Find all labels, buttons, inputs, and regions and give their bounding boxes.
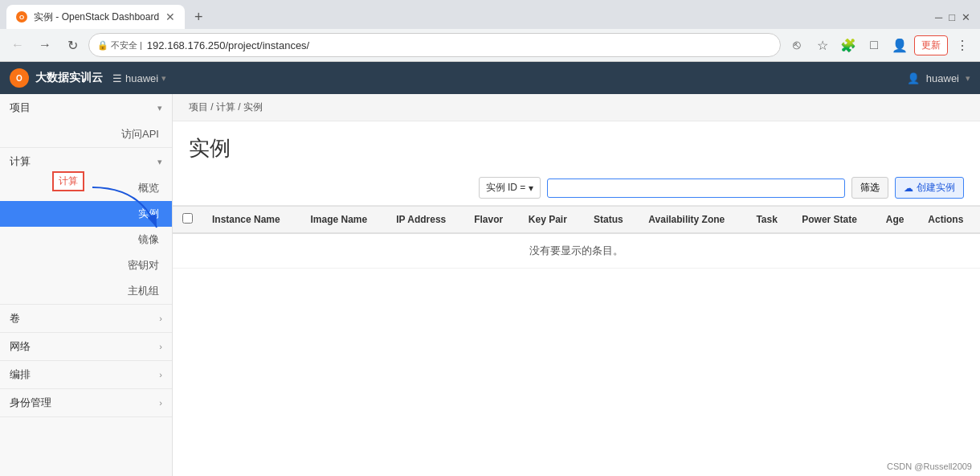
table-header-status: Status	[584, 207, 639, 234]
sidebar-volumes-header[interactable]: 卷 ›	[0, 305, 172, 332]
sidebar-item-keypairs[interactable]: 密钥对	[0, 252, 172, 278]
table-header-flavor: Flavor	[464, 207, 519, 234]
back-button[interactable]: ←	[6, 34, 29, 56]
breadcrumb-compute: 计算	[216, 101, 235, 113]
sidebar-orchestration-label: 编排	[10, 367, 31, 382]
sidebar-section-compute: 计算 ▾ 概览 实例 镜像 密钥对	[0, 148, 172, 305]
app-topbar: O 大数据实训云 ☰ huawei ▾ 👤 huawei ▾	[0, 62, 980, 94]
table-header-power-state: Power State	[792, 207, 876, 234]
topbar-right: 👤 huawei ▾	[907, 72, 970, 84]
update-button[interactable]: 更新	[914, 35, 948, 55]
window-maximize-button[interactable]: □	[949, 11, 955, 23]
filter-type-label: 实例 ID =	[486, 181, 526, 195]
sidebar-volumes-chevron: ›	[159, 314, 162, 323]
table-header-row: Instance Name Image Name IP Address Flav…	[173, 207, 980, 234]
sidebar-compute-label: 计算	[10, 154, 31, 169]
sidebar-item-instances[interactable]: 实例	[0, 201, 172, 227]
sidebar-section-volumes: 卷 ›	[0, 305, 172, 333]
sidebar-section-network: 网络 ›	[0, 333, 172, 361]
breadcrumb: 项目 / 计算 / 实例	[173, 94, 980, 121]
table-header-actions: Actions	[918, 207, 980, 234]
extensions-button[interactable]: 🧩	[837, 34, 860, 56]
instances-table: Instance Name Image Name IP Address Flav…	[173, 206, 980, 269]
sidebar-project-label: 项目	[10, 101, 31, 115]
sidebar-volumes-label: 卷	[10, 311, 20, 326]
menu-button[interactable]: ⋮	[951, 34, 974, 56]
sidebar-orchestration-header[interactable]: 编排 ›	[0, 361, 172, 388]
table-header-checkbox[interactable]	[173, 207, 202, 234]
tab-close-button[interactable]: ✕	[165, 10, 175, 23]
filter-type-chevron-icon: ▾	[529, 183, 533, 194]
account-button[interactable]: 👤	[888, 34, 911, 56]
cloud-upload-icon: ☁	[904, 183, 913, 194]
create-instance-button[interactable]: ☁ 创建实例	[895, 177, 964, 199]
page-title: 实例	[173, 121, 980, 170]
user-chevron-icon: ▾	[966, 73, 970, 84]
breadcrumb-instances: 实例	[243, 101, 263, 113]
filter-type-select[interactable]: 实例 ID = ▾	[479, 177, 541, 199]
table-header-instance-name: Instance Name	[202, 207, 301, 234]
empty-message: 没有要显示的条目。	[173, 233, 980, 269]
security-badge: 🔒 不安全 |	[97, 39, 142, 51]
app-logo: O 大数据实训云	[10, 68, 103, 88]
project-icon: ☰	[112, 72, 122, 84]
new-tab-button[interactable]: +	[188, 6, 210, 29]
sidebar-identity-label: 身份管理	[10, 396, 51, 410]
content-area: 项目 / 计算 / 实例 实例 实例 ID = ▾ 筛选	[173, 94, 980, 476]
sidebar-identity-chevron: ›	[159, 398, 162, 408]
tab-title: 实例 - OpenStack Dashboard	[34, 10, 159, 24]
sidebar-section-project: 项目 ▾ 访问API	[0, 94, 172, 148]
sidebar-orchestration-chevron: ›	[159, 370, 162, 380]
app-name: 大数据实训云	[35, 71, 103, 85]
sidebar-network-label: 网络	[10, 339, 31, 354]
sidebar-item-images[interactable]: 镜像	[0, 227, 172, 252]
table-header-availability-zone: Availability Zone	[639, 207, 746, 234]
sidebar-network-header[interactable]: 网络 ›	[0, 333, 172, 360]
user-icon: 👤	[907, 72, 920, 84]
sidebar-compute-header[interactable]: 计算 ▾	[0, 148, 172, 175]
project-name: huawei	[125, 72, 158, 84]
username: huawei	[926, 72, 959, 84]
browser-tab[interactable]: O 实例 - OpenStack Dashboard ✕	[6, 5, 185, 29]
breadcrumb-project: 项目	[189, 101, 208, 113]
watermark: CSDN @Russell2009	[887, 462, 972, 471]
bookmark-button[interactable]: ☆	[811, 34, 834, 56]
sidebar-compute-chevron: ▾	[157, 157, 162, 167]
table-empty-row: 没有要显示的条目。	[173, 233, 980, 269]
filter-input[interactable]	[547, 178, 845, 198]
sidebar-item-hostgroups[interactable]: 主机组	[0, 278, 172, 304]
sidebar-project-header[interactable]: 项目 ▾	[0, 94, 172, 121]
sidebar-section-identity: 身份管理 ›	[0, 389, 172, 417]
sidebar-item-access-api[interactable]: 访问API	[0, 121, 172, 147]
profile-button[interactable]: □	[863, 34, 885, 56]
window-minimize-button[interactable]: ─	[935, 11, 942, 23]
sidebar-section-orchestration: 编排 ›	[0, 361, 172, 389]
table-header-ip-address: IP Address	[386, 207, 464, 234]
filter-button[interactable]: 筛选	[851, 177, 888, 199]
reload-button[interactable]: ↻	[61, 34, 84, 56]
table-header-age: Age	[876, 207, 919, 234]
sidebar-project-chevron: ▾	[157, 103, 162, 113]
tab-favicon: O	[16, 11, 27, 23]
sidebar-item-overview[interactable]: 概览	[0, 175, 172, 201]
project-chevron-icon: ▾	[161, 73, 166, 84]
window-close-button[interactable]: ✕	[962, 11, 970, 23]
table-header-key-pair: Key Pair	[519, 207, 584, 234]
sidebar-network-chevron: ›	[159, 342, 162, 351]
table-toolbar: 实例 ID = ▾ 筛选 ☁ 创建实例	[173, 170, 980, 206]
breadcrumb-sep1: /	[210, 101, 216, 113]
table-header-task: Task	[746, 207, 792, 234]
project-selector[interactable]: ☰ huawei ▾	[112, 72, 166, 84]
select-all-checkbox[interactable]	[182, 213, 193, 224]
forward-button[interactable]: →	[34, 34, 56, 56]
sidebar-identity-header[interactable]: 身份管理 ›	[0, 389, 172, 416]
table-header-image-name: Image Name	[301, 207, 387, 234]
share-button[interactable]: ⎋	[786, 34, 808, 56]
address-text: 192.168.176.250/project/instances/	[147, 39, 772, 51]
sidebar: 项目 ▾ 访问API 计算 ▾ 概览	[0, 94, 173, 476]
logo-icon: O	[10, 68, 29, 88]
address-bar[interactable]: 🔒 不安全 | 192.168.176.250/project/instance…	[88, 33, 781, 57]
